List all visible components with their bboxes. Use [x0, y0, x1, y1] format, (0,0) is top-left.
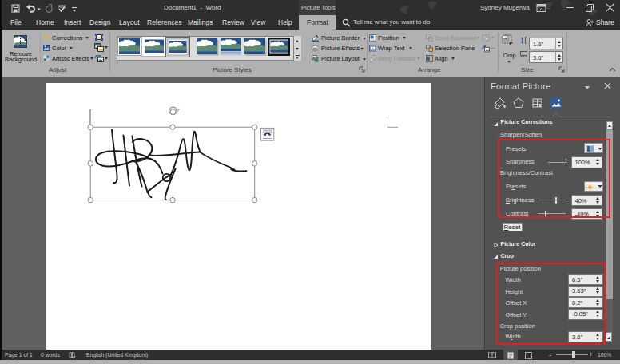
svg-text:ABC: ABC — [58, 5, 66, 9]
